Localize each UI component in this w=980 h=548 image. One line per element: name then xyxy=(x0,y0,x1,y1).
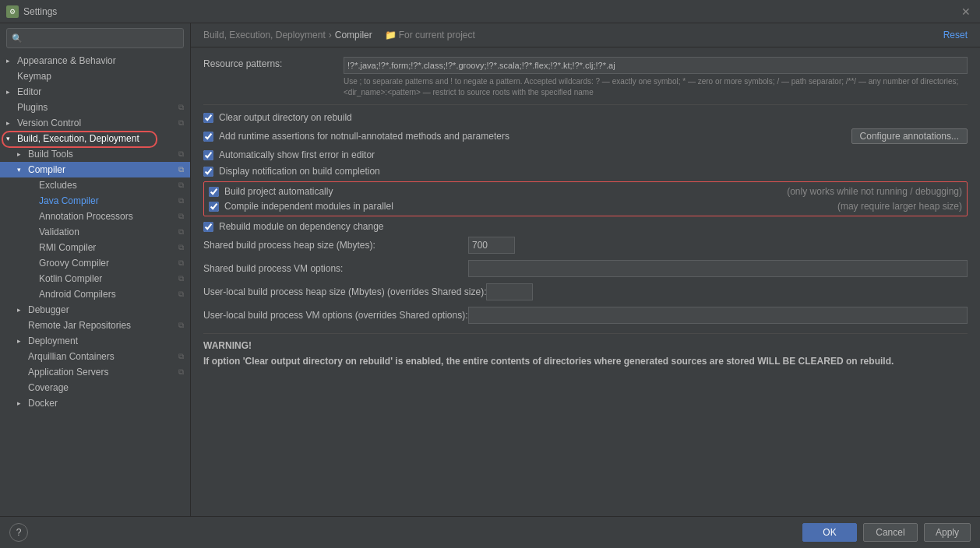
sidebar-label: Keymap xyxy=(17,71,51,82)
sidebar-item-editor[interactable]: ▸ Editor xyxy=(0,84,190,100)
copy-icon: ⧉ xyxy=(178,118,184,128)
checkbox-add-runtime: Add runtime assertions for notnull-annot… xyxy=(203,128,968,145)
arrow-icon: ▸ xyxy=(6,119,14,127)
copy-icon: ⧉ xyxy=(178,149,184,159)
warning-bold: If option 'Clear output directory on reb… xyxy=(203,356,894,367)
compile-parallel-checkbox[interactable] xyxy=(209,202,219,212)
user-heap-input[interactable] xyxy=(486,283,533,300)
project-icon: 📁 xyxy=(385,30,397,40)
copy-icon: ⧉ xyxy=(178,367,184,377)
copy-icon: ⧉ xyxy=(178,103,184,112)
search-input[interactable] xyxy=(26,33,178,44)
dialog-title: Settings xyxy=(23,6,958,17)
display-notification-checkbox[interactable] xyxy=(203,167,213,177)
bottom-bar: ? OK Cancel Apply xyxy=(0,516,980,548)
project-badge: 📁 For current project xyxy=(385,30,475,40)
sidebar-label: Validation xyxy=(39,227,79,237)
breadcrumb: Build, Execution, Deployment › Compiler … xyxy=(203,30,943,40)
copy-icon: ⧉ xyxy=(178,321,184,330)
sidebar-label: Editor xyxy=(17,86,41,97)
project-label: For current project xyxy=(399,30,475,40)
sidebar-item-plugins[interactable]: Plugins ⧉ xyxy=(0,100,190,115)
user-heap-label: User-local build process heap size (Mbyt… xyxy=(203,286,486,297)
resource-patterns-input[interactable] xyxy=(344,57,968,74)
sidebar-item-groovy-compiler[interactable]: Groovy Compiler ⧉ xyxy=(0,255,190,271)
display-notification-label: Display notification on build completion xyxy=(219,166,968,177)
sidebar-item-appearance[interactable]: ▸ Appearance & Behavior xyxy=(0,53,190,68)
resource-patterns-row: Resource patterns: Use ; to separate pat… xyxy=(203,57,968,98)
user-vm-input[interactable] xyxy=(468,307,968,324)
sidebar-item-app-servers[interactable]: Application Servers ⧉ xyxy=(0,364,190,380)
copy-icon: ⧉ xyxy=(178,243,184,252)
sidebar-item-arquillian[interactable]: Arquillian Containers ⧉ xyxy=(0,349,190,364)
reset-link[interactable]: Reset xyxy=(943,30,968,40)
rebuild-module-checkbox[interactable] xyxy=(203,222,213,232)
sidebar-item-rmi-compiler[interactable]: RMI Compiler ⧉ xyxy=(0,240,190,255)
checkbox-auto-show-error: Automatically show first error in editor xyxy=(203,149,968,161)
ok-button[interactable]: OK xyxy=(802,523,857,542)
user-heap-row: User-local build process heap size (Mbyt… xyxy=(203,283,968,300)
sidebar-item-coverage[interactable]: Coverage xyxy=(0,380,190,395)
sidebar-label: Build, Execution, Deployment xyxy=(17,133,139,144)
add-runtime-checkbox[interactable] xyxy=(203,132,213,142)
compile-parallel-note: (may require larger heap size) xyxy=(837,201,962,212)
user-vm-label: User-local build process VM options (ove… xyxy=(203,310,468,321)
sidebar-item-build-execution[interactable]: ▾ Build, Execution, Deployment xyxy=(0,131,190,146)
resource-hint: Use ; to separate patterns and ! to nega… xyxy=(344,76,968,98)
sidebar-item-java-compiler[interactable]: Java Compiler ⧉ xyxy=(0,193,190,209)
sidebar-item-version-control[interactable]: ▸ Version Control ⧉ xyxy=(0,115,190,131)
close-button[interactable]: ✕ xyxy=(958,5,974,18)
sidebar-item-keymap[interactable]: Keymap xyxy=(0,68,190,84)
breadcrumb-active: Compiler xyxy=(335,30,372,40)
checkbox-display-notification: Display notification on build completion xyxy=(203,165,968,177)
search-box[interactable]: 🔍 xyxy=(6,28,184,48)
heap-row: Shared build process heap size (Mbytes): xyxy=(203,237,968,254)
clear-output-label: Clear output directory on rebuild xyxy=(219,112,968,123)
sidebar-label: Appearance & Behavior xyxy=(17,55,116,66)
copy-icon: ⧉ xyxy=(178,258,184,268)
sidebar-item-build-tools[interactable]: ▸ Build Tools ⧉ xyxy=(0,146,190,162)
add-runtime-label: Add runtime assertions for notnull-annot… xyxy=(219,131,845,142)
copy-icon: ⧉ xyxy=(178,274,184,283)
vm-options-input[interactable] xyxy=(468,260,968,277)
copy-icon: ⧉ xyxy=(178,196,184,206)
sidebar-item-debugger[interactable]: ▸ Debugger xyxy=(0,302,190,318)
user-vm-row: User-local build process VM options (ove… xyxy=(203,307,968,324)
highlighted-checkboxes-group: Build project automatically (only works … xyxy=(203,181,968,216)
settings-dialog: ⚙ Settings ✕ 🔍 ▸ Appearance & Behavior K… xyxy=(0,0,980,548)
arrow-icon: ▸ xyxy=(17,150,25,158)
sidebar-item-deployment[interactable]: ▸ Deployment xyxy=(0,333,190,349)
sidebar-item-docker[interactable]: ▸ Docker xyxy=(0,395,190,411)
sidebar-label: Groovy Compiler xyxy=(39,258,109,269)
sidebar-label: Excludes xyxy=(39,180,77,191)
sidebar-item-kotlin-compiler[interactable]: Kotlin Compiler ⧉ xyxy=(0,271,190,286)
copy-icon: ⧉ xyxy=(178,227,184,237)
apply-button[interactable]: Apply xyxy=(924,523,971,542)
sidebar-item-remote-jar[interactable]: Remote Jar Repositories ⧉ xyxy=(0,318,190,333)
help-button[interactable]: ? xyxy=(9,523,28,542)
sidebar-item-annotation-processors[interactable]: Annotation Processors ⧉ xyxy=(0,209,190,224)
build-auto-checkbox[interactable] xyxy=(209,187,219,197)
sidebar-label: Plugins xyxy=(17,102,48,113)
sidebar-item-compiler[interactable]: ▾ Compiler ⧉ xyxy=(0,162,190,177)
breadcrumb-root: Build, Execution, Deployment xyxy=(203,30,326,40)
title-bar: ⚙ Settings ✕ xyxy=(0,0,980,23)
checkbox-rebuild-module: Rebuild module on dependency change xyxy=(203,220,968,233)
sidebar-item-excludes[interactable]: Excludes ⧉ xyxy=(0,177,190,193)
clear-output-checkbox[interactable] xyxy=(203,113,213,123)
sidebar-label: Coverage xyxy=(28,382,69,393)
arrow-icon: ▸ xyxy=(6,88,14,96)
rebuild-module-label: Rebuild module on dependency change xyxy=(219,221,968,232)
copy-icon: ⧉ xyxy=(178,181,184,190)
auto-show-error-checkbox[interactable] xyxy=(203,150,213,160)
sidebar-label: Arquillian Containers xyxy=(28,351,115,362)
heap-input[interactable] xyxy=(468,237,515,254)
arrow-icon: ▸ xyxy=(17,337,25,345)
build-auto-label: Build project automatically xyxy=(224,186,771,197)
sidebar-item-android-compilers[interactable]: Android Compilers ⧉ xyxy=(0,286,190,302)
sidebar-label: Application Servers xyxy=(28,367,108,378)
sidebar-item-validation[interactable]: Validation ⧉ xyxy=(0,224,190,240)
sidebar-label: Kotlin Compiler xyxy=(39,273,102,284)
cancel-button[interactable]: Cancel xyxy=(863,523,918,542)
configure-annotations-button[interactable]: Configure annotations... xyxy=(851,128,968,144)
